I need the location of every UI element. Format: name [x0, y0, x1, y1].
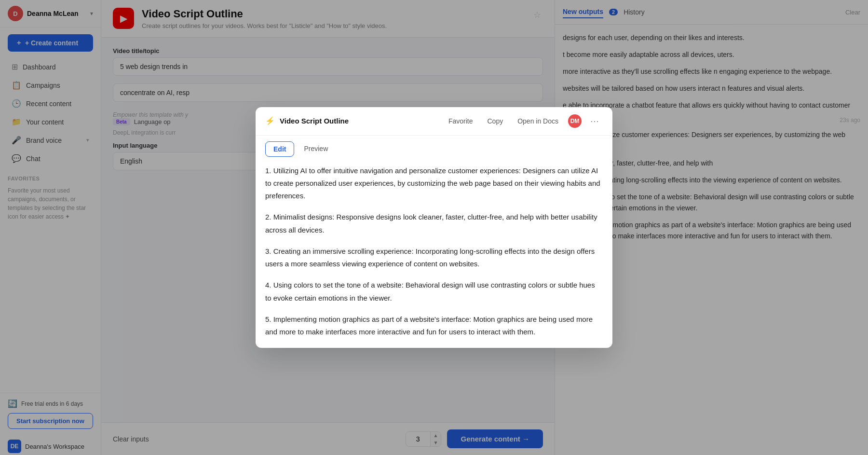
- modal-favorite-button[interactable]: Favorite: [444, 115, 478, 127]
- modal-body: 1. Utilizing AI to offer intuitive navig…: [256, 157, 612, 348]
- modal-more-button[interactable]: ⋯: [586, 114, 603, 128]
- modal-tabs: Edit Preview: [256, 136, 612, 157]
- modal-tab-preview[interactable]: Preview: [296, 141, 336, 157]
- modal-copy-button[interactable]: Copy: [482, 115, 508, 127]
- modal-open-in-docs-button[interactable]: Open in Docs: [513, 115, 563, 127]
- modal-overlay[interactable]: ⚡ Video Script Outline Favorite Copy Ope…: [0, 0, 868, 455]
- modal-item-1: 1. Utilizing AI to offer intuitive navig…: [265, 165, 603, 203]
- modal-item-5: 5. Implementing motion graphics as part …: [265, 313, 603, 339]
- modal-user-avatar: DM: [568, 114, 582, 128]
- modal-header: ⚡ Video Script Outline Favorite Copy Ope…: [256, 107, 612, 136]
- modal-item-4: 4. Using colors to set the tone of a web…: [265, 279, 603, 304]
- modal-content: 1. Utilizing AI to offer intuitive navig…: [265, 165, 603, 339]
- modal-item-3: 3. Creating an immersive scrolling exper…: [265, 245, 603, 271]
- modal-dialog: ⚡ Video Script Outline Favorite Copy Ope…: [256, 107, 612, 348]
- modal-title: Video Script Outline: [280, 117, 439, 125]
- modal-tab-edit[interactable]: Edit: [265, 141, 294, 157]
- modal-item-2: 2. Minimalist designs: Responsive design…: [265, 211, 603, 236]
- modal-bolt-icon: ⚡: [265, 116, 275, 125]
